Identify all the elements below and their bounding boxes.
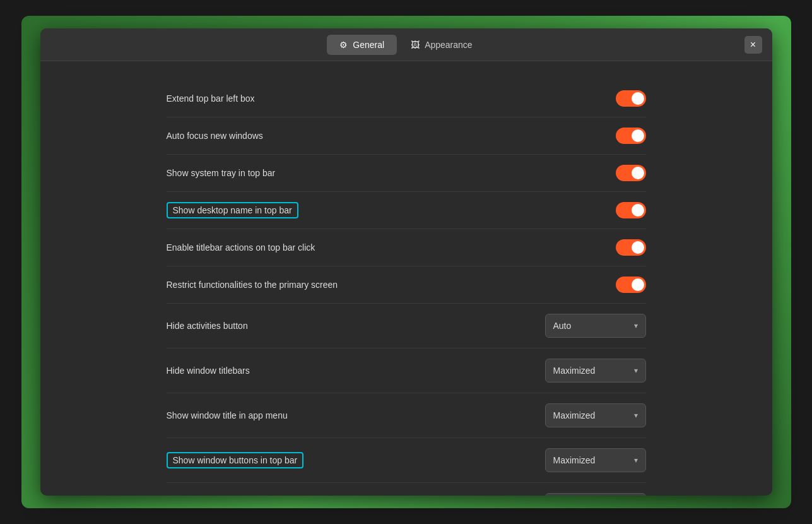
label-hide-window-titlebars: Hide window titlebars [167,366,250,376]
toggle-restrict-functionalities[interactable] [616,277,646,293]
dropdown-hide-activities-button[interactable]: Auto ▾ [545,314,646,338]
label-show-window-buttons: Show window buttons in top bar [167,452,304,468]
label-show-desktop-name: Show desktop name in top bar [167,202,298,218]
setting-show-system-tray: Show system tray in top bar [167,155,646,192]
label-show-system-tray: Show system tray in top bar [167,168,276,178]
toggle-enable-titlebar-actions[interactable] [616,239,646,256]
setting-hide-activities-button: Hide activities button Auto ▾ [167,304,646,348]
dropdown-show-window-buttons-value: Maximized [553,455,596,465]
titlebar: ⚙ General 🖼 Appearance × [40,28,772,61]
tab-general[interactable]: ⚙ General [327,35,397,55]
dropdown-show-window-title-value: Maximized [553,410,596,420]
dropdown-container-notification: Right ▾ Center Left Right [545,493,646,496]
toggle-show-desktop-name[interactable] [616,202,646,218]
toggle-extend-top-bar-left-box[interactable] [616,90,646,107]
image-icon: 🖼 [411,40,420,50]
toggle-show-system-tray[interactable] [616,165,646,181]
chevron-down-icon: ▾ [634,321,638,330]
setting-auto-focus-new-windows: Auto focus new windows [167,117,646,155]
toggle-auto-focus-new-windows[interactable] [616,128,646,144]
setting-restrict-functionalities: Restrict functionalities to the primary … [167,266,646,304]
dialog: ⚙ General 🖼 Appearance × Extend top bar … [40,28,772,496]
dropdown-show-window-title[interactable]: Maximized ▾ [545,403,646,427]
dropdown-hide-activities-value: Auto [553,321,572,331]
setting-show-window-title: Show window title in app menu Maximized … [167,393,646,438]
chevron-down-icon: ▾ [634,411,638,420]
outer-frame: ⚙ General 🖼 Appearance × Extend top bar … [21,16,791,508]
dropdown-show-window-buttons[interactable]: Maximized ▾ [545,448,646,472]
gear-icon: ⚙ [339,40,348,50]
chevron-down-icon: ▾ [634,456,638,465]
setting-show-window-buttons: Show window buttons in top bar Maximized… [167,438,646,483]
label-restrict-functionalities: Restrict functionalities to the primary … [167,280,338,290]
label-show-window-title: Show window title in app menu [167,410,288,420]
tab-general-label: General [353,40,384,50]
setting-hide-window-titlebars: Hide window titlebars Maximized ▾ [167,348,646,393]
dropdown-hide-window-titlebars[interactable]: Maximized ▾ [545,359,646,383]
chevron-down-icon: ▾ [634,366,638,375]
tab-group: ⚙ General 🖼 Appearance [327,35,485,55]
tab-appearance-label: Appearance [425,40,473,50]
dropdown-hide-window-titlebars-value: Maximized [553,366,596,376]
setting-show-desktop-name: Show desktop name in top bar [167,192,646,229]
setting-notification-position: Notification messages position Right ▾ [167,483,646,496]
content-area: Extend top bar left box Auto focus new w… [40,61,772,496]
label-enable-titlebar-actions: Enable titlebar actions on top bar click [167,242,315,253]
label-auto-focus-new-windows: Auto focus new windows [167,131,263,141]
setting-extend-top-bar-left-box: Extend top bar left box [167,80,646,117]
dropdown-notification-position[interactable]: Right ▾ [545,493,646,496]
setting-enable-titlebar-actions: Enable titlebar actions on top bar click [167,229,646,266]
label-extend-top-bar-left-box: Extend top bar left box [167,93,255,104]
tab-appearance[interactable]: 🖼 Appearance [398,35,485,55]
close-button[interactable]: × [744,36,762,54]
label-hide-activities-button: Hide activities button [167,321,248,331]
